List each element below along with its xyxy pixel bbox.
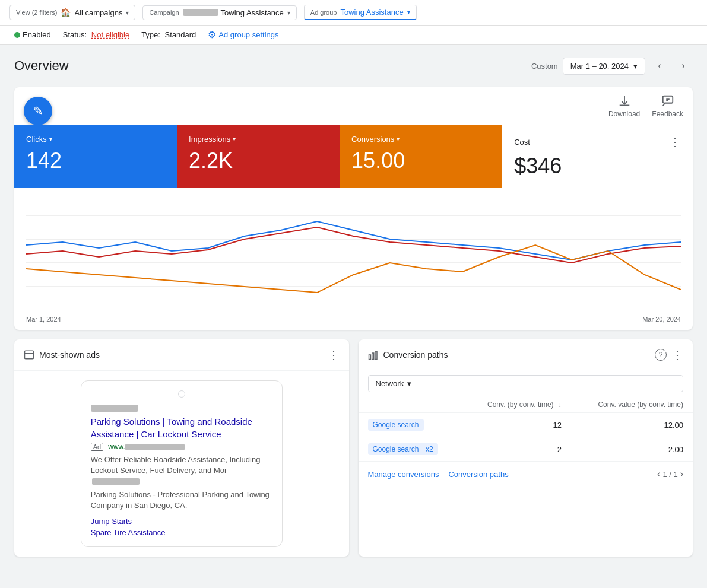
view-filter-chip[interactable]: View (2 filters) 🏠 All campaigns ▾ bbox=[9, 5, 135, 20]
overview-header: Overview Custom Mar 1 – 20, 2024 ▾ ‹ › bbox=[14, 56, 693, 75]
edit-fab-button[interactable]: ✎ bbox=[24, 97, 52, 125]
view-filter-label: View (2 filters) bbox=[16, 9, 57, 16]
prev-page-button[interactable]: ‹ bbox=[657, 469, 660, 479]
status-dot bbox=[14, 32, 20, 38]
status-bar: Enabled Status: Not eligible Type: Stand… bbox=[0, 26, 707, 45]
conv-time-cell-1: 12 bbox=[462, 413, 571, 437]
chart-dates: Mar 1, 2024 Mar 20, 2024 bbox=[14, 316, 693, 330]
next-page-button[interactable]: › bbox=[680, 469, 683, 479]
cost-metric[interactable]: Cost ⋮ $346 bbox=[502, 125, 693, 188]
date-range-value: Mar 1 – 20, 2024 bbox=[570, 62, 629, 71]
url-redacted bbox=[91, 405, 138, 412]
bar-chart-icon bbox=[368, 349, 379, 360]
conv-time-col-header[interactable]: Conv. (by conv. time) ↓ bbox=[462, 397, 571, 413]
network-label: Network bbox=[376, 379, 404, 388]
more-options-button[interactable]: ⋮ bbox=[328, 348, 340, 362]
impressions-metric[interactable]: Impressions ▾ 2.2K bbox=[177, 125, 340, 188]
ad-preview: Parking Solutions | Towing and Roadside … bbox=[81, 380, 283, 547]
page-count: 1 / 1 bbox=[662, 470, 677, 479]
google-search-badge-1: Google search bbox=[368, 419, 424, 431]
ad-group-chip[interactable]: Ad group Towing Assistance ▾ bbox=[304, 5, 417, 20]
feedback-button[interactable]: Feedback bbox=[652, 94, 683, 118]
ad-group-settings-link[interactable]: ⚙ Ad group settings bbox=[208, 29, 278, 40]
chart-start-date: Mar 1, 2024 bbox=[26, 316, 61, 323]
impressions-value: 2.2K bbox=[189, 148, 328, 173]
browser-icon bbox=[24, 349, 34, 360]
home-icon: 🏠 bbox=[61, 8, 71, 17]
ad-badge: Ad bbox=[91, 443, 103, 451]
chevron-down-icon: ▾ bbox=[407, 379, 411, 388]
pagination: ‹ 1 / 1 › bbox=[657, 469, 683, 479]
metrics-row: Clicks ▾ 142 Impressions ▾ 2.2K Conversi… bbox=[14, 125, 693, 188]
card-actions: Download Feedback bbox=[599, 87, 693, 118]
cost-value: $346 bbox=[514, 154, 681, 179]
clicks-metric[interactable]: Clicks ▾ 142 bbox=[14, 125, 177, 188]
svg-rect-7 bbox=[25, 351, 34, 359]
manage-conversions-link[interactable]: Manage conversions bbox=[368, 470, 439, 479]
conversions-value: 15.00 bbox=[351, 148, 490, 173]
conversions-label: Conversions bbox=[351, 135, 394, 144]
conversions-metric[interactable]: Conversions ▾ 15.00 bbox=[340, 125, 502, 188]
custom-label: Custom bbox=[531, 62, 558, 71]
svg-rect-9 bbox=[369, 355, 370, 360]
more-options-icon[interactable]: ⋮ bbox=[669, 135, 681, 149]
conv-card-actions: ? ⋮ bbox=[655, 348, 683, 362]
view-filter-value: All campaigns bbox=[74, 8, 122, 17]
chevron-down-icon: ▾ bbox=[287, 9, 290, 16]
ad-title[interactable]: Parking Solutions | Towing and Roadside … bbox=[91, 415, 272, 440]
gear-icon: ⚙ bbox=[208, 29, 216, 40]
conv-footer: Manage conversions Conversion paths ‹ 1 … bbox=[359, 461, 693, 487]
sort-arrow-icon: ↓ bbox=[558, 401, 562, 409]
date-picker[interactable]: Mar 1 – 20, 2024 ▾ bbox=[563, 58, 645, 75]
ad-display-url: www. bbox=[108, 443, 185, 451]
main-content: Overview Custom Mar 1 – 20, 2024 ▾ ‹ › ✎ bbox=[0, 45, 707, 568]
next-date-button[interactable]: › bbox=[674, 56, 693, 75]
table-row: Google search 12 12.00 bbox=[359, 413, 693, 437]
network-cell-1: Google search bbox=[359, 413, 462, 437]
not-eligible-status[interactable]: Not eligible bbox=[91, 30, 129, 39]
x2-badge: x2 bbox=[426, 445, 433, 453]
sitelink-2[interactable]: Spare Tire Assistance bbox=[91, 528, 272, 537]
date-controls: Custom Mar 1 – 20, 2024 ▾ ‹ › bbox=[531, 56, 693, 75]
chevron-down-icon: ▾ bbox=[397, 136, 400, 142]
conversion-paths-card: Conversion paths ? ⋮ Network ▾ Co bbox=[359, 339, 693, 557]
conv-value-cell-2: 2.00 bbox=[571, 437, 693, 462]
conv-footer-links: Manage conversions Conversion paths bbox=[368, 470, 509, 479]
ad-group-value: Towing Assistance bbox=[340, 8, 403, 17]
prev-date-button[interactable]: ‹ bbox=[650, 56, 669, 75]
campaign-label: Campaign bbox=[149, 9, 179, 16]
download-icon bbox=[618, 94, 631, 107]
conversion-paths-link[interactable]: Conversion paths bbox=[448, 470, 508, 479]
chart-area bbox=[14, 188, 693, 316]
campaign-redacted bbox=[183, 9, 218, 16]
more-options-button[interactable]: ⋮ bbox=[671, 348, 683, 362]
chevron-down-icon: ▾ bbox=[126, 9, 129, 16]
conversion-paths-header: Conversion paths ? ⋮ bbox=[359, 339, 693, 370]
network-col-header bbox=[359, 397, 462, 413]
conv-value-cell-1: 12.00 bbox=[571, 413, 693, 437]
ad-description2: Parking Solutions - Professional Parking… bbox=[91, 490, 272, 511]
ad-description: We Offer Reliable Roadside Assistance, I… bbox=[91, 454, 272, 487]
chevron-down-icon: ▾ bbox=[49, 136, 52, 142]
most-shown-ads-header: Most-shown ads ⋮ bbox=[14, 339, 349, 371]
chevron-down-icon: ▾ bbox=[633, 62, 638, 71]
conversion-paths-title: Conversion paths bbox=[368, 349, 448, 360]
cost-label: Cost bbox=[514, 138, 530, 147]
conv-time-cell-2: 2 bbox=[462, 437, 571, 462]
google-search-badge-2: Google search x2 bbox=[368, 443, 438, 455]
enabled-status: Enabled bbox=[14, 30, 51, 39]
conv-value-col-header: Conv. value (by conv. time) bbox=[571, 397, 693, 413]
chevron-down-icon: ▾ bbox=[407, 9, 410, 15]
pencil-icon: ✎ bbox=[33, 104, 43, 118]
campaign-chip[interactable]: Campaign Towing Assistance ▾ bbox=[142, 5, 296, 20]
clicks-value: 142 bbox=[26, 148, 165, 173]
bottom-section: Most-shown ads ⋮ Parking Solutions | Tow… bbox=[14, 339, 693, 557]
ad-group-label: Ad group bbox=[310, 9, 337, 16]
top-bar: View (2 filters) 🏠 All campaigns ▾ Campa… bbox=[0, 0, 707, 26]
help-icon[interactable]: ? bbox=[655, 349, 667, 361]
chart-end-date: Mar 20, 2024 bbox=[642, 316, 681, 323]
network-dropdown[interactable]: Network ▾ bbox=[368, 375, 684, 392]
sitelink-1[interactable]: Jump Starts bbox=[91, 517, 272, 526]
most-shown-ads-title: Most-shown ads bbox=[24, 349, 100, 360]
download-button[interactable]: Download bbox=[608, 94, 640, 118]
